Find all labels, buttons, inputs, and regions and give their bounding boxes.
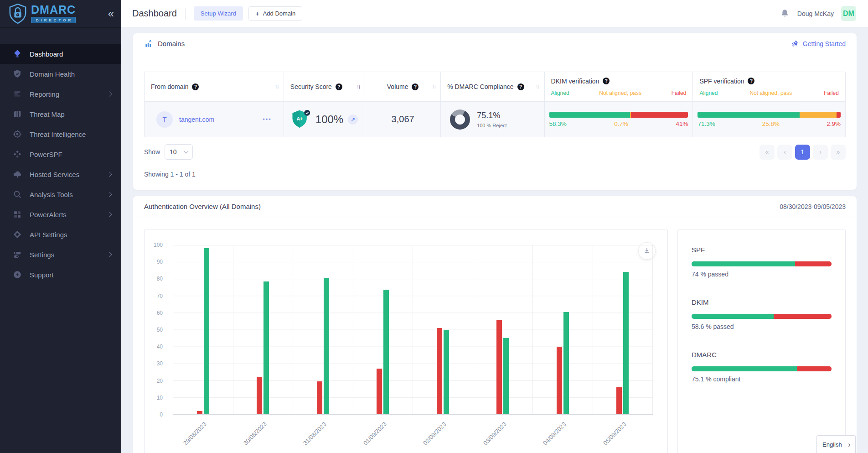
add-domain-label: Add Domain xyxy=(263,10,296,17)
auth-stat-caption: 75.1 % compliant xyxy=(692,375,832,383)
sidebar-item-reporting[interactable]: Reporting xyxy=(0,84,121,104)
sidebar-item-hosted-services[interactable]: Hosted Services xyxy=(0,164,121,184)
add-domain-button[interactable]: + Add Domain xyxy=(248,6,302,21)
column-header-from-domain[interactable]: From domain?↑↓ xyxy=(145,72,284,101)
pagination-prev-button[interactable]: ‹ xyxy=(777,145,792,160)
column-label: Volume xyxy=(387,83,408,90)
chart-category: 31/08/2023 xyxy=(293,245,353,414)
column-header-security-score[interactable]: Security Score?↑↓ xyxy=(284,72,365,101)
getting-started-link[interactable]: Getting Started xyxy=(803,40,846,47)
map-icon xyxy=(12,109,22,119)
volume-value: 3,067 xyxy=(392,114,414,125)
score-shield-icon: A+ xyxy=(291,109,311,130)
sidebar-item-dashboard[interactable]: Dashboard xyxy=(0,44,121,64)
bar-percent-label: 25.8% xyxy=(762,120,780,127)
chart-category: 05/09/2023 xyxy=(593,245,653,414)
svg-text:A+: A+ xyxy=(296,116,302,121)
date-range[interactable]: 08/30/2023-09/05/2023 xyxy=(780,203,846,210)
chart-category: 30/08/2023 xyxy=(233,245,294,414)
auth-stat-bar xyxy=(692,366,832,371)
column-label: From domain xyxy=(151,83,188,90)
chevron-right-icon xyxy=(107,212,112,217)
y-axis-tick-label: 80 xyxy=(157,276,163,282)
row-menu-dots-icon[interactable]: ••• xyxy=(263,116,272,123)
app-root: DMARC DIRECTOR « DashboardDomain HealthR… xyxy=(0,0,868,453)
domains-card-title: Domains xyxy=(158,40,185,47)
chart-plot-area: 29/08/202330/08/202331/08/202301/09/2023… xyxy=(173,245,653,415)
page-size-value: 10 xyxy=(170,148,177,156)
user-name[interactable]: Doug McKay xyxy=(797,10,834,17)
sidebar-item-powerspf[interactable]: PowerSPF xyxy=(0,144,121,164)
sort-icon[interactable]: ↑↓ xyxy=(536,83,539,90)
divider xyxy=(185,8,186,20)
open-score-link-icon[interactable]: ↗ xyxy=(348,115,358,125)
pagination-next-button[interactable]: › xyxy=(813,145,828,160)
bar-segment-failed xyxy=(774,314,832,319)
column-header-dmarc-compliance[interactable]: % DMARC Compliance?↑↓ xyxy=(441,72,544,101)
sidebar-item-api-settings[interactable]: API Settings xyxy=(0,224,121,245)
page-size-select[interactable]: 10 xyxy=(165,144,193,160)
column-header-dkim-verification[interactable]: DKIM verification?AlignedNot aligned, pa… xyxy=(545,72,693,101)
toggles-icon xyxy=(12,250,22,260)
bar-segment-failed xyxy=(631,112,688,118)
sort-icon[interactable]: ↑↓ xyxy=(275,83,279,90)
sidebar-item-label: Analysis Tools xyxy=(30,191,73,198)
compliance-note: 100 % Reject xyxy=(477,123,506,128)
sidebar-item-poweralerts[interactable]: PowerAlerts xyxy=(0,204,121,224)
domain-link[interactable]: tangent.com xyxy=(179,116,214,123)
sidebar-item-domain-health[interactable]: Domain Health xyxy=(0,64,121,84)
sidebar-item-analysis-tools[interactable]: Analysis Tools xyxy=(0,184,121,204)
y-axis-tick-label: 70 xyxy=(157,293,163,299)
x-axis-label: 31/08/2023 xyxy=(302,421,328,447)
setup-wizard-button[interactable]: Setup Wizard xyxy=(194,6,243,21)
column-label: DKIM verification xyxy=(551,78,599,85)
magnifier-icon xyxy=(12,189,22,199)
table-controls: Show 10 «‹1›» xyxy=(144,144,846,160)
domains-table-row: Ttangent.com•••A+100%↗3,06775.1%100 % Re… xyxy=(145,101,845,137)
sidebar-item-settings[interactable]: Settings xyxy=(0,245,121,265)
pagination-first-button[interactable]: « xyxy=(760,145,775,160)
chart-plot-wrap: 0102030405060708090100 29/08/202330/08/2… xyxy=(173,245,653,415)
dmarc-compliance-cell: 75.1%100 % Reject xyxy=(441,101,544,137)
sidebar-item-support[interactable]: Support xyxy=(0,265,121,285)
plus-icon: + xyxy=(255,10,259,17)
auth-stat-spf: SPF74 % passed xyxy=(692,246,832,278)
sidebar-item-threat-intelligence[interactable]: Threat Intelligence xyxy=(0,124,121,144)
compliance-percent: 75.1% xyxy=(477,111,506,120)
topbar: Dashboard Setup Wizard + Add Domain Doug… xyxy=(121,0,868,27)
bar-percent-label: 58.3% xyxy=(549,120,567,127)
sidebar-item-label: PowerSPF xyxy=(30,151,62,158)
auth-stat-label: SPF xyxy=(692,246,832,254)
sort-icon[interactable]: ↑↓ xyxy=(356,83,360,90)
bolt-circle-icon xyxy=(12,270,22,280)
chart-bar-red xyxy=(437,328,442,414)
y-axis-tick-label: 50 xyxy=(157,327,163,333)
bar-segment-not_aligned_pass xyxy=(800,112,837,118)
bar-percent-label: 71.3% xyxy=(698,120,715,127)
chart-bar-green xyxy=(264,281,269,414)
column-header-volume[interactable]: Volume?↑↓ xyxy=(365,72,441,101)
pagination-last-button[interactable]: » xyxy=(831,145,846,160)
chevron-right-icon xyxy=(107,192,112,197)
sort-icon[interactable]: ↑↓ xyxy=(432,83,435,90)
column-header-spf-verification[interactable]: SPF verification?AlignedNot aligned, pas… xyxy=(693,72,845,101)
chart-bar-green xyxy=(204,248,209,414)
notifications-bell-icon[interactable] xyxy=(780,8,790,19)
brand-logo: DMARC DIRECTOR « xyxy=(0,0,121,27)
bar-segment-failed xyxy=(795,261,832,266)
y-axis-tick-label: 40 xyxy=(157,344,163,350)
x-axis-label: 05/09/2023 xyxy=(602,421,628,447)
subcolumn-label-failed: Failed xyxy=(824,90,839,96)
sidebar-item-threat-map[interactable]: Threat Map xyxy=(0,104,121,124)
chart-bar-red xyxy=(496,320,502,414)
bar-percent-label: 41% xyxy=(676,120,688,127)
sidebar-item-label: Reporting xyxy=(30,90,59,98)
pagination-page-button[interactable]: 1 xyxy=(795,145,810,160)
language-selector[interactable]: English › xyxy=(816,435,856,453)
chart-category: 02/09/2023 xyxy=(413,245,473,414)
brand-subtitle: DIRECTOR xyxy=(31,17,76,23)
chart-bar-green xyxy=(324,278,329,414)
sidebar-collapse-icon[interactable]: « xyxy=(108,8,114,19)
user-avatar[interactable]: DM xyxy=(841,6,856,21)
show-label: Show xyxy=(144,148,160,156)
